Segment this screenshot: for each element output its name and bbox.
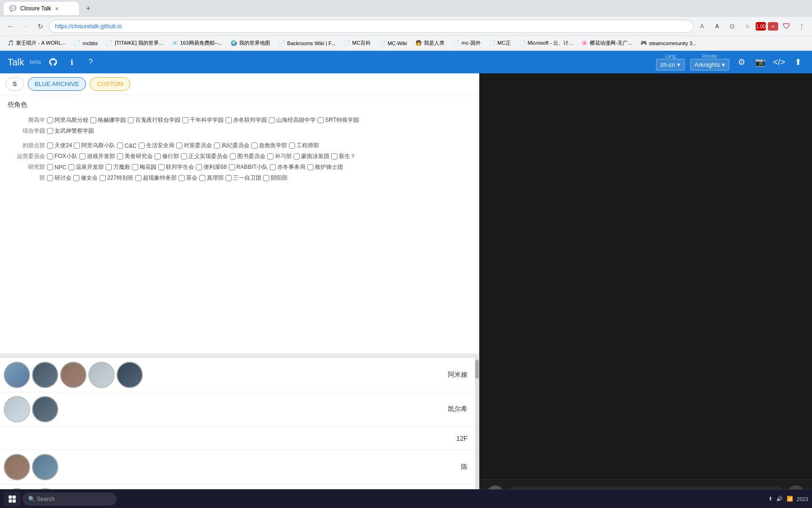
bookmark-7[interactable]: 📄 MC-Wiki — [375, 39, 411, 47]
checkbox-联邦学生会[interactable]: 联邦学生会 — [158, 163, 194, 171]
bookmark-1[interactable]: 📄 mcbbs — [70, 39, 102, 47]
checkbox-生活安全局[interactable]: 生活安全局 — [139, 142, 174, 150]
checkbox-风纪委员会[interactable]: 风纪委员会 — [214, 142, 250, 150]
checkbox-温泉开发部[interactable]: 温泉开发部 — [68, 163, 104, 171]
checkbox-三一自卫团[interactable]: 三一自卫团 — [226, 174, 261, 182]
render-value: Arknights — [695, 61, 720, 68]
bookmark-6[interactable]: 📄 MC百科 — [340, 39, 375, 48]
back-button[interactable]: ← — [4, 20, 17, 33]
checkbox-天使24[interactable]: 天使24 — [47, 142, 72, 150]
checkbox-救护骑士团[interactable]: 救护骑士团 — [307, 163, 343, 171]
ext3-icon[interactable]: 🛡 — [780, 20, 793, 33]
checkbox-阴阳部[interactable]: 阴阳部 — [263, 174, 288, 182]
settings-icon[interactable]: ⚙ — [735, 56, 748, 69]
lang-dropdown[interactable]: zh-cn ▾ — [656, 59, 685, 71]
tab-custom[interactable]: CUSTOM — [90, 77, 130, 91]
avatar-kaltsit-1[interactable] — [4, 396, 30, 422]
checkbox-NPC[interactable]: NPC — [47, 164, 66, 171]
checkbox-SRT特殊学园[interactable]: SRT特殊学园 — [318, 116, 359, 124]
reload-button[interactable]: ↻ — [34, 20, 47, 33]
bookmark-13[interactable]: 🎮 steamcommunity 3... — [637, 39, 700, 47]
bookmark-2[interactable]: 📄 [TITAIKE] 我的世界... — [102, 39, 167, 48]
checkbox-对策委员会[interactable]: 对策委员会 — [176, 142, 212, 150]
bookmark-9[interactable]: 📄 mc-国外 — [449, 39, 484, 48]
address-bar[interactable]: https://closuretalk.github.io — [49, 20, 694, 33]
start-button[interactable] — [4, 492, 21, 507]
cast-icon[interactable]: ⊡ — [726, 20, 739, 33]
checkbox-227特别班[interactable]: 227特别班 — [100, 174, 133, 182]
tab-close-icon[interactable]: ✕ — [55, 6, 59, 11]
bookmark-8[interactable]: 🧑 我是人类 — [412, 39, 448, 48]
tab-blue-archive[interactable]: BLUE ARCHIVE — [28, 77, 86, 91]
bookmark-10[interactable]: 📄 MC正 — [485, 39, 515, 48]
char-name-chen: 陈 — [439, 463, 468, 471]
checkbox-新生[interactable]: 新生？ — [331, 152, 356, 160]
translate-icon[interactable]: A — [695, 20, 709, 33]
avatar-chen-2[interactable] — [32, 454, 58, 480]
bookmark-11[interactable]: 📄 Microsoft - 云、计... — [515, 39, 577, 48]
new-tab-button[interactable]: + — [83, 3, 94, 14]
bookmark-0[interactable]: 🎵 塞壬唱片 - A WORL... — [4, 39, 70, 48]
checkbox-图书委员会[interactable]: 图书委员会 — [230, 152, 265, 160]
filter-section: 些角色 斯高中 阿里乌斯分校 格赫娜学园 百鬼夜行联合学园 千年科学学园 赤冬联… — [0, 95, 479, 354]
checkbox-赤冬联邦学园[interactable]: 赤冬联邦学园 — [226, 116, 267, 124]
checkbox-茶会[interactable]: 茶会 — [179, 174, 197, 182]
checkbox-万魔殿[interactable]: 万魔殿 — [106, 163, 130, 171]
avatar-kaltsit-2[interactable] — [32, 396, 58, 422]
bookmark-4[interactable]: 🌍 我的世界地图 — [227, 39, 274, 48]
checkbox-研讨会[interactable]: 研讨会 — [47, 174, 71, 182]
checkbox-CC[interactable]: C&C — [117, 143, 136, 149]
checkbox-RABBIT小队[interactable]: RABBIT小队 — [229, 163, 268, 171]
checkbox-美食研究会[interactable]: 美食研究会 — [117, 152, 153, 160]
camera-icon[interactable]: 📷 — [754, 56, 767, 69]
checkbox-修女会[interactable]: 修女会 — [73, 174, 98, 182]
checkbox-修行部[interactable]: 修行部 — [155, 152, 179, 160]
github-icon[interactable] — [47, 56, 60, 69]
checkbox-梅花园[interactable]: 梅花园 — [132, 163, 156, 171]
checkbox-赤冬事务局[interactable]: 赤冬事务局 — [270, 163, 305, 171]
beta-badge: beta — [30, 59, 41, 65]
avatar-amiya-1[interactable] — [4, 362, 30, 388]
char-row-chen: 陈 — [0, 450, 479, 484]
reading-mode-icon[interactable]: A — [710, 20, 724, 33]
checkbox-补习部[interactable]: 补习部 — [267, 152, 292, 160]
checkbox-蒙面泳装团[interactable]: 蒙面泳装团 — [294, 152, 329, 160]
bookmark-3[interactable]: 📧 163网易免费邮--... — [168, 39, 226, 48]
checkbox-游戏开发部[interactable]: 游戏开发部 — [79, 152, 115, 160]
taskbar-search[interactable]: 🔍 Search — [23, 492, 117, 506]
bookmark-5[interactable]: 📄 Backrooms Wiki | F... — [275, 39, 339, 47]
checkbox-真理部[interactable]: 真理部 — [199, 174, 224, 182]
checkbox-格赫娜学园[interactable]: 格赫娜学园 — [90, 116, 126, 124]
checkbox-FOX小队[interactable]: FOX小队 — [47, 152, 78, 160]
tab-s[interactable]: S — [6, 77, 24, 91]
info-icon[interactable]: ℹ — [65, 56, 78, 69]
profile-icon[interactable]: ⋮ — [795, 20, 808, 33]
checkbox-千年科学学园[interactable]: 千年科学学园 — [182, 116, 224, 124]
checkbox-百鬼夜行联合学园[interactable]: 百鬼夜行联合学园 — [128, 116, 180, 124]
checkbox-阿里乌斯小队[interactable]: 阿里乌斯小队 — [74, 142, 115, 150]
help-icon[interactable]: ? — [84, 56, 97, 69]
avatar-chen-1[interactable] — [4, 454, 30, 480]
avatar-amiya-2[interactable] — [32, 362, 58, 388]
avatar-amiya-5[interactable] — [117, 362, 143, 388]
ext1-icon[interactable]: 1.00 — [756, 22, 766, 31]
checkbox-女武神警察学园[interactable]: 女武神警察学园 — [47, 127, 94, 135]
checkbox-正义实现委员会[interactable]: 正义实现委员会 — [181, 152, 228, 160]
ext2-icon[interactable]: + — [768, 22, 778, 31]
checkbox-急救医学部[interactable]: 急救医学部 — [251, 142, 287, 150]
checkbox-超现象特务部[interactable]: 超现象特务部 — [135, 174, 177, 182]
avatar-amiya-3[interactable] — [60, 362, 86, 388]
checkbox-工程师部[interactable]: 工程师部 — [289, 142, 319, 150]
bookmark-12[interactable]: 🌸 樱花动漫网-无广... — [578, 39, 636, 48]
checkbox-便利屋68[interactable]: 便利屋68 — [196, 163, 226, 171]
checkbox-山海经高级中学[interactable]: 山海经高级中学 — [269, 116, 316, 124]
avatar-amiya-4[interactable] — [88, 362, 115, 388]
render-dropdown[interactable]: Arknights ▾ — [690, 59, 729, 71]
forward-button[interactable]: → — [19, 20, 32, 33]
bookmark-icon[interactable]: ☆ — [741, 20, 754, 33]
active-tab[interactable]: 💬 Closure Talk ✕ — [4, 2, 79, 15]
code-icon[interactable]: </> — [773, 56, 786, 69]
app-header: Talk beta ℹ ? Lang zh-cn ▾ Render Arknig… — [0, 51, 812, 73]
upload-icon[interactable]: ⬆ — [791, 56, 804, 69]
checkbox-阿里乌斯分校[interactable]: 阿里乌斯分校 — [47, 116, 88, 124]
